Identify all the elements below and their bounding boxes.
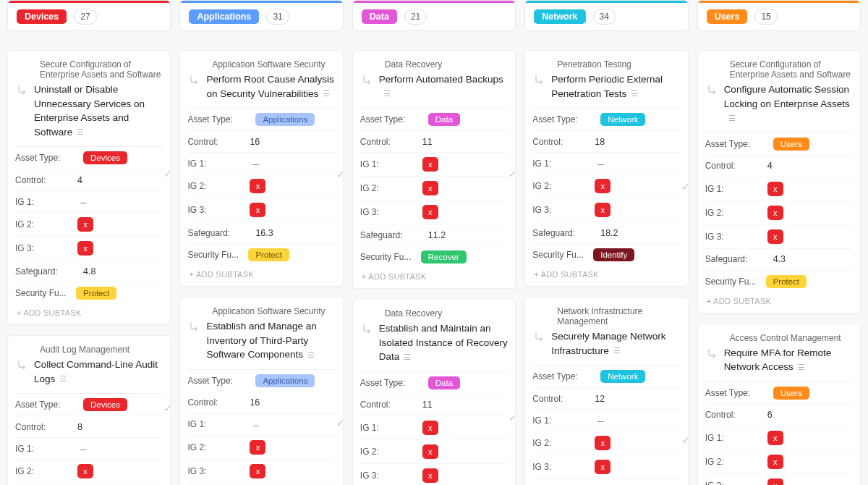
task-card[interactable]: Data RecoveryPerform Automated Backups☰A… [352, 50, 516, 289]
subtask-icon [187, 320, 202, 334]
field-label-security-function: Security Fu... [360, 252, 415, 262]
ig-dash: – [250, 418, 258, 431]
column-count: 21 [404, 9, 427, 25]
field-val-asset: Network [587, 370, 680, 383]
field-label-control: Control: [15, 175, 64, 185]
field-label-ig3: IG 3: [187, 205, 237, 215]
task-card[interactable]: Network Infrastructure ManagementSecurel… [524, 297, 688, 485]
task-card[interactable]: Application Software SecurityPerform Roo… [179, 50, 343, 287]
add-subtask-button[interactable]: + ADD SUBTASK [15, 304, 163, 320]
column-header[interactable]: Devices27 [7, 0, 171, 31]
check-icon[interactable]: ✓ [163, 168, 172, 180]
ig-x-badge: x [595, 460, 610, 474]
field-val-control: 4 [754, 161, 853, 171]
column-title-pill: Data [362, 9, 397, 24]
column-count: 34 [593, 9, 616, 25]
ig-x-badge: x [77, 217, 93, 232]
add-subtask-button[interactable]: + ADD SUBTASK [705, 292, 853, 308]
field-val-ig2: x [409, 444, 508, 459]
field-val-asset: Applications [242, 374, 335, 387]
add-subtask-button[interactable]: + ADD SUBTASK [187, 266, 335, 282]
field-val-security-function: Protect [242, 248, 335, 261]
card-title[interactable]: Perform Periodic External Penetration Te… [551, 72, 680, 101]
task-card[interactable]: Secure Configuration of Enterprise Asset… [7, 50, 171, 325]
ig-x-badge: x [422, 468, 438, 483]
card-fields: Asset Type:ApplicationsControl:16IG 1:–I… [187, 108, 335, 266]
column-header[interactable]: Network34 [524, 0, 688, 31]
task-card[interactable]: Access Control ManagementRequire MFA for… [697, 324, 861, 485]
add-subtask-button[interactable]: + ADD SUBTASK [360, 268, 508, 284]
ig-x-badge: x [422, 181, 438, 195]
ig-x-badge: x [767, 182, 783, 196]
subtask-icon [187, 73, 202, 88]
subtask-icon [532, 330, 547, 345]
description-icon: ☰ [631, 88, 641, 100]
field-label-ig2: IG 2: [532, 181, 582, 191]
card-title[interactable]: Require MFA for Remote Network Access☰ [724, 346, 853, 374]
field-label-ig1: IG 1: [360, 423, 409, 433]
check-icon[interactable]: ✓ [163, 402, 172, 414]
add-subtask-button[interactable]: + ADD SUBTASK [532, 266, 680, 282]
check-icon[interactable]: ✓ [509, 168, 517, 180]
field-label-asset: Asset Type: [187, 376, 242, 386]
field-val-safeguard: 4.8 [70, 266, 163, 277]
card-category: Access Control Management [730, 333, 853, 343]
ig-x-badge: x [767, 206, 783, 220]
check-icon[interactable]: ✓ [681, 181, 690, 193]
task-card[interactable]: Secure Configuration of Enterprise Asset… [697, 50, 861, 313]
check-icon[interactable]: ✓ [509, 412, 517, 423]
card-title[interactable]: Uninstall or Disable Unnecessary Service… [34, 83, 163, 139]
column-count: 15 [754, 9, 777, 25]
card-title[interactable]: Establish and Maintain an Isolated Insta… [379, 321, 508, 364]
column-header[interactable]: Data21 [352, 0, 516, 31]
ig-x-badge: x [767, 431, 783, 445]
card-wrap: ✓Application Software SecurityPerform Ro… [179, 50, 343, 297]
card-title[interactable]: Perform Automated Backups☰ [379, 72, 508, 101]
card-title[interactable]: Establish and Manage an Inventory of Thi… [206, 319, 335, 362]
field-val-security-function: Recover [415, 250, 508, 263]
field-label-ig2: IG 2: [187, 442, 237, 452]
card-title[interactable]: Perform Root Cause Analysis on Security … [206, 72, 335, 101]
field-label-ig1: IG 1: [705, 184, 754, 194]
card-fields: Asset Type:DevicesControl:8IG 1:–IG 2:xI… [15, 393, 163, 485]
field-val-ig3: x [64, 241, 163, 256]
check-icon[interactable]: ✓ [336, 169, 345, 180]
card-fields: Asset Type:NetworkControl:18IG 1:–IG 2:x… [532, 108, 680, 266]
field-label-ig1: IG 1: [15, 444, 64, 454]
column-title-pill: Applications [189, 9, 259, 24]
card-wrap: ✓Access Control ManagementRequire MFA fo… [697, 324, 861, 485]
card-title[interactable]: Collect Command-Line Audit Logs☰ [34, 358, 163, 386]
field-label-ig1: IG 1: [187, 159, 237, 169]
field-val-control: 8 [64, 422, 163, 432]
ig-x-badge: x [422, 421, 438, 435]
ig-dash: – [595, 157, 603, 169]
task-card[interactable]: Audit Log ManagementCollect Command-Line… [7, 335, 171, 485]
field-val-asset: Users [760, 387, 853, 400]
field-label-ig3: IG 3: [705, 232, 754, 242]
card-title[interactable]: Securely Manage Network Infrastructure☰ [551, 329, 680, 358]
ig-x-badge: x [595, 203, 610, 217]
field-val-ig1: – [582, 414, 680, 426]
field-val-asset: Network [587, 113, 680, 126]
field-val-asset: Applications [242, 113, 335, 126]
field-label-security-function: Security Fu... [705, 277, 760, 287]
card-title[interactable]: Configure Automatic Session Locking on E… [724, 83, 853, 125]
field-val-ig3: x [409, 468, 508, 483]
field-label-ig1: IG 1: [15, 197, 64, 207]
subtask-icon [360, 322, 375, 337]
field-label-ig3: IG 3: [360, 471, 409, 481]
task-card[interactable]: Penetration TestingPerform Periodic Exte… [524, 50, 688, 287]
task-card[interactable]: Data RecoveryEstablish and Maintain an I… [352, 299, 516, 485]
column-header[interactable]: Users15 [697, 0, 861, 31]
field-val-control: 11 [409, 137, 508, 147]
task-card[interactable]: Application Software SecurityEstablish a… [179, 297, 343, 485]
card-wrap: ✓Secure Configuration of Enterprise Asse… [7, 50, 171, 335]
column-applications: Applications31✓Application Software Secu… [179, 0, 343, 485]
field-val-safeguard: 18.2 [587, 228, 680, 238]
check-icon[interactable]: ✓ [681, 434, 690, 446]
ig-x-badge: x [767, 478, 783, 485]
column-header[interactable]: Applications31 [179, 0, 343, 31]
card-wrap: ✓Application Software SecurityEstablish … [179, 297, 343, 485]
card-fields: Asset Type:DataControl:11IG 1:xIG 2:xIG … [360, 108, 508, 268]
check-icon[interactable]: ✓ [336, 417, 345, 429]
